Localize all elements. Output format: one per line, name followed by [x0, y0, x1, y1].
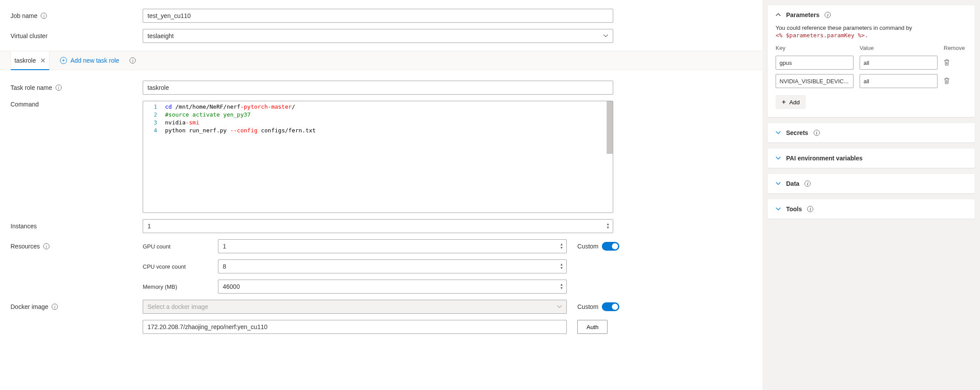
spinner-arrows-icon[interactable]: ▲▼ — [605, 220, 611, 233]
data-header[interactable]: Data i — [768, 174, 975, 193]
cpu-count-input[interactable]: 8 ▲▼ — [218, 259, 567, 273]
info-icon[interactable]: i — [807, 206, 813, 212]
custom-toggle-label: Custom — [577, 303, 598, 310]
memory-input[interactable]: 46000 ▲▼ — [218, 280, 567, 294]
command-editor[interactable]: 1234 cd /mnt/home/NeRF/nerf-pytorch-mast… — [143, 101, 613, 213]
chevron-down-icon — [776, 156, 781, 161]
job-name-label: Job name i — [11, 12, 143, 19]
docker-image-input[interactable]: 172.20.208.7/zhaojing_repo/nerf:yen_cu11… — [143, 320, 567, 334]
plus-icon: + — [60, 57, 67, 64]
chevron-down-icon — [557, 304, 562, 309]
command-label: Command — [11, 101, 143, 108]
chevron-down-icon — [776, 206, 781, 212]
info-icon[interactable]: i — [130, 57, 136, 64]
param-key-input[interactable]: gpus — [776, 56, 854, 70]
add-task-role-button[interactable]: + Add new task role — [60, 51, 119, 70]
virtual-cluster-select[interactable]: teslaeight — [143, 29, 613, 43]
remove-param-button[interactable] — [944, 59, 961, 66]
docker-image-select: Select a docker image — [143, 300, 567, 314]
editor-gutter: 1234 — [143, 101, 161, 213]
parameters-card: Parameters i You could reference these p… — [768, 5, 975, 117]
tools-header[interactable]: Tools i — [768, 199, 975, 219]
cpu-count-label: CPU vcore count — [143, 263, 207, 270]
param-value-input[interactable]: all — [860, 74, 938, 88]
info-icon[interactable]: i — [52, 304, 58, 310]
instances-input[interactable]: 1 ▲▼ — [143, 219, 613, 233]
tab-taskrole[interactable]: taskrole — [11, 51, 49, 70]
param-key-input[interactable]: NVIDIA_VISIBLE_DEVIC... — [776, 74, 854, 88]
gpu-count-label: GPU count — [143, 243, 207, 250]
trash-icon — [944, 78, 961, 85]
remove-param-button[interactable] — [944, 78, 961, 85]
info-icon[interactable]: i — [825, 12, 831, 18]
info-icon[interactable]: i — [41, 13, 47, 19]
parameters-header[interactable]: Parameters i — [768, 5, 975, 25]
scrollbar[interactable] — [607, 101, 613, 154]
param-row: NVIDIA_VISIBLE_DEVIC... all — [776, 74, 967, 88]
secrets-card: Secrets i — [768, 123, 975, 142]
taskrole-tabs: taskrole + Add new task role i — [0, 51, 762, 70]
tools-card: Tools i — [768, 199, 975, 219]
info-icon[interactable]: i — [804, 181, 811, 187]
chevron-down-icon — [776, 181, 781, 186]
param-value-input[interactable]: all — [860, 56, 938, 70]
info-icon[interactable]: i — [56, 85, 62, 91]
auth-button[interactable]: Auth — [577, 320, 608, 334]
tab-taskrole-label: taskrole — [14, 57, 36, 64]
editor-content[interactable]: cd /mnt/home/NeRF/nerf-pytorch-master/ #… — [161, 101, 613, 213]
spinner-arrows-icon[interactable]: ▲▼ — [558, 260, 565, 273]
close-icon[interactable] — [40, 58, 46, 63]
secrets-header[interactable]: Secrets i — [768, 123, 975, 142]
param-header: Key Value Remove — [776, 45, 967, 51]
spinner-arrows-icon[interactable]: ▲▼ — [558, 240, 565, 253]
docker-custom-toggle[interactable] — [602, 302, 619, 311]
pai-env-card: PAI environment variables — [768, 149, 975, 168]
chevron-down-icon — [776, 130, 781, 135]
data-card: Data i — [768, 174, 975, 193]
spinner-arrows-icon[interactable]: ▲▼ — [558, 280, 565, 293]
parameters-hint: You could reference these parameters in … — [776, 25, 967, 39]
custom-toggle-label: Custom — [577, 243, 598, 250]
resources-label: Resources i — [11, 243, 143, 250]
instances-label: Instances — [11, 223, 143, 230]
chevron-up-icon — [776, 12, 781, 18]
trash-icon — [944, 59, 961, 66]
task-role-name-input[interactable]: taskrole — [143, 81, 613, 95]
param-row: gpus all — [776, 56, 967, 70]
pai-env-header[interactable]: PAI environment variables — [768, 149, 975, 168]
chevron-down-icon — [603, 33, 608, 39]
job-name-input[interactable]: test_yen_cu110 — [143, 9, 613, 23]
info-icon[interactable]: i — [43, 243, 49, 249]
gpu-count-input[interactable]: 1 ▲▼ — [218, 239, 567, 253]
virtual-cluster-label: Virtual cluster — [11, 32, 143, 39]
info-icon[interactable]: i — [814, 130, 820, 136]
docker-image-label: Docker image i — [11, 303, 143, 310]
task-role-name-label: Task role name i — [11, 84, 143, 91]
memory-label: Memory (MB) — [143, 284, 207, 290]
plus-icon: + — [782, 99, 786, 106]
resources-custom-toggle[interactable] — [602, 242, 619, 251]
add-param-button[interactable]: + Add — [776, 95, 806, 109]
